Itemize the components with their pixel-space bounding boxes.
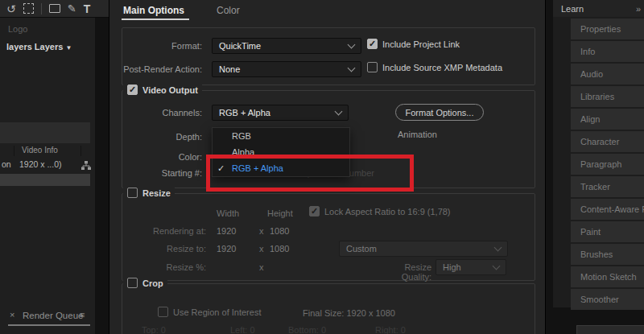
- panel-button-tracker[interactable]: Tracker: [571, 176, 644, 197]
- color-label: Color:: [118, 152, 202, 162]
- chevron-down-icon: [494, 243, 502, 251]
- tab-main-options[interactable]: Main Options: [123, 5, 184, 16]
- include-project-link-checkbox[interactable]: ✓ Include Project Link: [367, 39, 460, 49]
- panel-button-paragraph[interactable]: Paragraph: [571, 154, 644, 175]
- checkbox-checked-dim-icon: ✓: [309, 206, 320, 216]
- learn-tab-label: Learn: [561, 4, 584, 14]
- checkbox-checked-icon[interactable]: ✓: [127, 85, 138, 95]
- panel-button-info[interactable]: Info: [571, 41, 644, 62]
- rendering-at-label: Rendering at:: [118, 226, 206, 236]
- rectangle-tool-icon[interactable]: [49, 4, 60, 13]
- logo-label: Logo: [8, 24, 27, 34]
- bottom-right-panel-stub: [576, 325, 644, 334]
- crop-bottom-value: Bottom: 0: [288, 325, 326, 334]
- crop-label: Crop: [142, 278, 163, 288]
- use-roi-label: Use Region of Interest: [173, 307, 261, 317]
- active-tab-underline: [122, 19, 189, 20]
- column-divider[interactable]: [80, 146, 81, 156]
- panel-button-align[interactable]: Align: [571, 109, 644, 130]
- post-render-dropdown[interactable]: None: [212, 61, 361, 77]
- layers-dropdown-label: layers Layers: [6, 42, 63, 52]
- resize-label: Resize: [142, 188, 171, 198]
- annotation-highlight-box: [206, 155, 414, 192]
- use-roi-checkbox: Use Region of Interest: [158, 307, 261, 317]
- render-queue-row[interactable]: on 1920 x ...0): [0, 159, 95, 172]
- render-queue-tab[interactable]: × Render Queue ≡: [0, 309, 95, 324]
- channels-label: Channels:: [118, 108, 202, 118]
- panel-button-brushes[interactable]: Brushes: [571, 244, 644, 265]
- panel-button-content-aware-fill[interactable]: Content-Aware Fill: [571, 199, 644, 220]
- lock-aspect-checkbox: ✓ Lock Aspect Ratio to 16:9 (1,78): [309, 206, 451, 216]
- final-size-label: Final Size: 1920 x 1080: [303, 308, 395, 318]
- check-icon: ✓: [311, 207, 318, 216]
- format-label: Format:: [118, 41, 202, 51]
- close-icon[interactable]: ×: [10, 310, 14, 320]
- format-value: QuickTime: [219, 41, 261, 51]
- row-prefix-label: on: [2, 159, 11, 169]
- region-of-interest-icon[interactable]: [23, 3, 34, 14]
- panel-menu-icon[interactable]: ≡: [80, 310, 85, 320]
- checkbox-checked-icon[interactable]: ✓: [367, 39, 378, 49]
- parent-link-icon: [81, 161, 91, 171]
- render-info-strip: [0, 122, 90, 143]
- times-separator: x: [259, 226, 264, 236]
- crop-left-value: Left: 0: [230, 325, 255, 334]
- tab-underline: [8, 324, 90, 326]
- panel-button-audio[interactable]: Audio: [571, 64, 644, 85]
- row-video-info-value: 1920 x ...0): [19, 159, 62, 169]
- height-column-header: Height: [267, 208, 293, 218]
- resize-percent-label: Resize %:: [118, 262, 206, 272]
- render-queue-tab-label: Render Queue: [23, 311, 83, 320]
- chevron-down-icon: [348, 64, 356, 72]
- type-tool-icon[interactable]: T: [84, 2, 91, 15]
- app-window: ↺ ✎ T Logo layers Layers ▼ Video Info on…: [0, 0, 644, 334]
- panel-button-motion-sketch[interactable]: Motion Sketch: [571, 266, 644, 287]
- caret-down-icon: ▼: [65, 44, 72, 52]
- checkbox-unchecked-icon[interactable]: [127, 278, 138, 288]
- column-divider[interactable]: [14, 146, 14, 156]
- width-column-header: Width: [217, 208, 239, 218]
- post-render-value: None: [219, 64, 240, 74]
- format-options-button[interactable]: Format Options...: [395, 104, 484, 121]
- resize-height-value: 1080: [270, 244, 289, 254]
- checkbox-unchecked-icon[interactable]: [367, 62, 378, 72]
- include-project-link-label: Include Project Link: [382, 39, 460, 49]
- menu-item-rgb[interactable]: RGB: [213, 128, 349, 144]
- panel-button-character[interactable]: Character: [571, 131, 644, 152]
- learn-panel-tab[interactable]: Learn »: [553, 0, 644, 18]
- layers-dropdown[interactable]: layers Layers ▼: [6, 42, 72, 52]
- panel-expand-icon[interactable]: »: [636, 4, 641, 14]
- resize-quality-value: High: [443, 262, 461, 272]
- channels-dropdown[interactable]: RGB + Alpha: [212, 105, 349, 121]
- resize-checkbox[interactable]: Resize: [123, 188, 175, 198]
- pen-tool-icon[interactable]: ✎: [68, 2, 76, 14]
- check-icon: ✓: [129, 85, 136, 94]
- checkbox-unchecked-icon[interactable]: [127, 188, 138, 198]
- codec-name-label: Animation: [398, 130, 437, 139]
- menu-item-label: RGB: [232, 131, 251, 141]
- output-module-settings-dialog: Main Options Color Format: QuickTime Pos…: [109, 0, 546, 334]
- crop-right-value: Right: 0: [375, 325, 406, 334]
- panel-button-libraries[interactable]: Libraries: [571, 86, 644, 107]
- times-separator: x: [259, 262, 264, 272]
- rotation-tool-icon[interactable]: ↺: [6, 2, 16, 15]
- selected-row-highlight[interactable]: [0, 174, 90, 186]
- checkbox-unchecked-dim-icon: [158, 307, 168, 317]
- rendering-height-value: 1080: [270, 226, 289, 236]
- format-dropdown[interactable]: QuickTime: [212, 38, 361, 54]
- video-info-header-label: Video Info: [22, 146, 58, 155]
- resize-to-label: Resize to:: [118, 244, 206, 254]
- check-icon: ✓: [369, 39, 376, 48]
- panel-button-smoother[interactable]: Smoother: [571, 289, 644, 310]
- include-xmp-checkbox[interactable]: Include Source XMP Metadata: [367, 62, 502, 72]
- panel-button-paint[interactable]: Paint: [571, 221, 644, 242]
- crop-checkbox[interactable]: Crop: [123, 278, 167, 288]
- video-info-column-header[interactable]: Video Info: [0, 145, 90, 159]
- resize-preset-value: Custom: [346, 244, 377, 254]
- video-output-checkbox[interactable]: ✓ Video Output: [123, 85, 202, 95]
- panel-button-properties[interactable]: Properties: [571, 19, 644, 39]
- chevron-down-icon: [493, 262, 501, 270]
- lock-aspect-label: Lock Aspect Ratio to 16:9 (1,78): [324, 207, 451, 216]
- post-render-label: Post-Render Action:: [118, 64, 202, 74]
- tab-color[interactable]: Color: [217, 5, 240, 16]
